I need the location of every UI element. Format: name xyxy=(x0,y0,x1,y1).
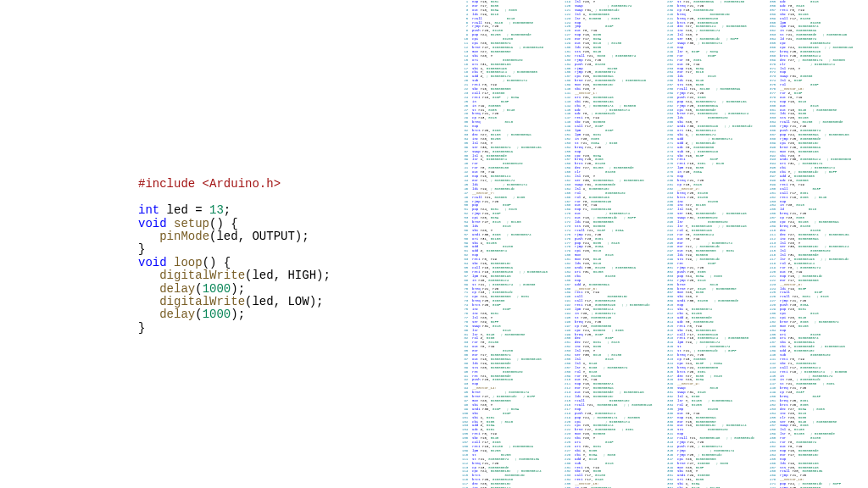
fn-loop: loop xyxy=(167,256,203,269)
disassembly-panel: 1 nop r16, 0x01 2 eor r17, 0x05 3 out r1… xyxy=(462,0,868,488)
keyword-int: int xyxy=(138,203,159,217)
include-path: <Arduino.h> xyxy=(195,177,281,191)
asm-column-3: 237 st r21, 0x000000aa ; 0x00000168 238 … xyxy=(667,0,766,488)
keyword-void: void xyxy=(138,217,167,230)
source-code-block: #include <Arduino.h> int led = 13; void … xyxy=(138,165,331,335)
preprocessor-directive: #include xyxy=(138,177,195,191)
fn-setup: setup xyxy=(167,217,209,230)
fn-delay: delay xyxy=(159,282,195,296)
fn-pinmode: pinMode xyxy=(159,230,209,243)
asm-column-1: 1 nop r16, 0x01 2 eor r17, 0x05 3 out r1… xyxy=(462,0,561,488)
asm-column-4: 355 adc 0x10 356 adc r0, 0x40 357 reti r… xyxy=(770,0,868,488)
asm-column-2: 119 lsl r28, Y 120 swap ; 0x00000174 121… xyxy=(565,0,664,488)
fn-digitalwrite: digitalWrite xyxy=(159,269,245,282)
